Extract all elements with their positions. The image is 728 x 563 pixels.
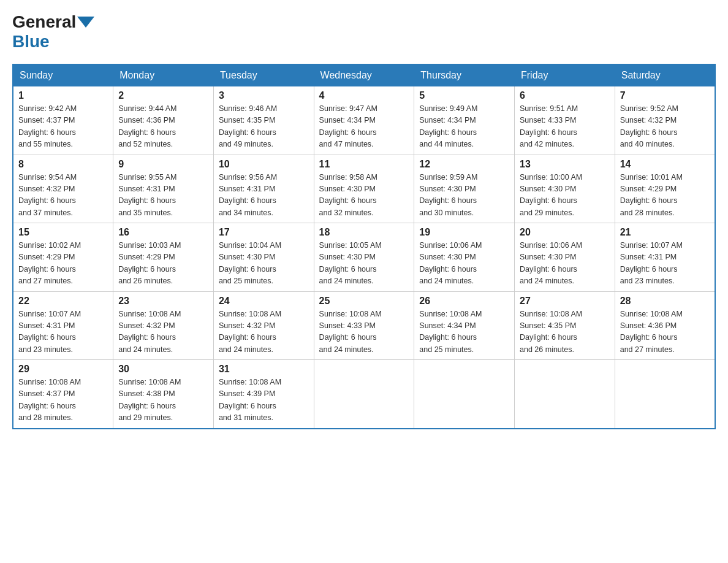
day-info: Sunrise: 10:08 AMSunset: 4:32 PMDaylight… [219,308,309,356]
calendar-cell: 16Sunrise: 10:03 AMSunset: 4:29 PMDaylig… [113,223,214,292]
day-number: 18 [319,227,409,238]
calendar-cell: 4Sunrise: 9:47 AMSunset: 4:34 PMDaylight… [314,86,414,155]
calendar-cell: 13Sunrise: 10:00 AMSunset: 4:30 PMDaylig… [515,155,615,223]
day-number: 11 [319,159,409,170]
calendar-cell [615,360,715,429]
day-info: Sunrise: 9:56 AMSunset: 4:31 PMDaylight:… [219,172,309,220]
calendar-cell [314,360,414,429]
logo: General Blue [12,12,96,52]
calendar-cell: 17Sunrise: 10:04 AMSunset: 4:30 PMDaylig… [213,223,314,292]
day-number: 25 [319,296,409,307]
day-info: Sunrise: 9:59 AMSunset: 4:30 PMDaylight:… [419,172,509,220]
day-info: Sunrise: 10:05 AMSunset: 4:30 PMDaylight… [319,240,409,288]
day-number: 16 [118,227,208,238]
calendar-cell [515,360,615,429]
day-info: Sunrise: 9:49 AMSunset: 4:34 PMDaylight:… [419,103,509,151]
calendar-cell: 8Sunrise: 9:54 AMSunset: 4:32 PMDaylight… [13,155,113,223]
calendar-cell: 20Sunrise: 10:06 AMSunset: 4:30 PMDaylig… [515,223,615,292]
day-info: Sunrise: 9:47 AMSunset: 4:34 PMDaylight:… [319,103,409,151]
day-info: Sunrise: 10:04 AMSunset: 4:30 PMDaylight… [219,240,309,288]
day-number: 21 [620,227,710,238]
day-number: 12 [419,159,509,170]
day-info: Sunrise: 9:51 AMSunset: 4:33 PMDaylight:… [520,103,610,151]
day-number: 15 [18,227,108,238]
day-number: 3 [219,90,309,101]
calendar-cell: 7Sunrise: 9:52 AMSunset: 4:32 PMDaylight… [615,86,715,155]
day-number: 31 [219,364,309,375]
calendar-cell: 15Sunrise: 10:02 AMSunset: 4:29 PMDaylig… [13,223,113,292]
day-header-thursday: Thursday [414,64,515,86]
calendar-cell: 23Sunrise: 10:08 AMSunset: 4:32 PMDaylig… [113,291,214,360]
day-number: 30 [118,364,208,375]
day-info: Sunrise: 10:01 AMSunset: 4:29 PMDaylight… [620,172,710,220]
day-number: 20 [520,227,610,238]
calendar-cell: 18Sunrise: 10:05 AMSunset: 4:30 PMDaylig… [314,223,414,292]
day-info: Sunrise: 9:54 AMSunset: 4:32 PMDaylight:… [18,172,108,220]
day-info: Sunrise: 10:08 AMSunset: 4:37 PMDaylight… [18,377,108,424]
calendar-week-row: 1Sunrise: 9:42 AMSunset: 4:37 PMDaylight… [13,86,715,155]
day-info: Sunrise: 10:08 AMSunset: 4:39 PMDaylight… [219,377,309,424]
calendar-cell: 9Sunrise: 9:55 AMSunset: 4:31 PMDaylight… [113,155,214,223]
day-number: 29 [18,364,108,375]
day-info: Sunrise: 10:00 AMSunset: 4:30 PMDaylight… [520,172,610,220]
calendar-cell: 14Sunrise: 10:01 AMSunset: 4:29 PMDaylig… [615,155,715,223]
calendar-header-row: SundayMondayTuesdayWednesdayThursdayFrid… [13,64,715,86]
day-number: 22 [18,296,108,307]
calendar-cell: 5Sunrise: 9:49 AMSunset: 4:34 PMDaylight… [414,86,515,155]
calendar-cell: 10Sunrise: 9:56 AMSunset: 4:31 PMDayligh… [213,155,314,223]
day-number: 24 [219,296,309,307]
day-info: Sunrise: 10:07 AMSunset: 4:31 PMDaylight… [620,240,710,288]
calendar-cell [414,360,515,429]
day-header-monday: Monday [113,64,214,86]
calendar-cell: 3Sunrise: 9:46 AMSunset: 4:35 PMDaylight… [213,86,314,155]
day-info: Sunrise: 10:08 AMSunset: 4:34 PMDaylight… [419,308,509,356]
day-number: 17 [219,227,309,238]
calendar-cell: 24Sunrise: 10:08 AMSunset: 4:32 PMDaylig… [213,291,314,360]
calendar-week-row: 8Sunrise: 9:54 AMSunset: 4:32 PMDaylight… [13,155,715,223]
calendar-table: SundayMondayTuesdayWednesdayThursdayFrid… [12,64,716,429]
day-number: 10 [219,159,309,170]
logo-blue-text: Blue [12,32,50,51]
day-info: Sunrise: 9:44 AMSunset: 4:36 PMDaylight:… [118,103,208,151]
day-info: Sunrise: 10:08 AMSunset: 4:36 PMDaylight… [620,308,710,356]
day-info: Sunrise: 10:08 AMSunset: 4:38 PMDaylight… [118,377,208,424]
calendar-cell: 19Sunrise: 10:06 AMSunset: 4:30 PMDaylig… [414,223,515,292]
day-info: Sunrise: 10:03 AMSunset: 4:29 PMDaylight… [118,240,208,288]
day-header-friday: Friday [515,64,615,86]
day-number: 26 [419,296,509,307]
day-number: 13 [520,159,610,170]
calendar-cell: 30Sunrise: 10:08 AMSunset: 4:38 PMDaylig… [113,360,214,429]
day-info: Sunrise: 10:07 AMSunset: 4:31 PMDaylight… [18,308,108,356]
calendar-week-row: 22Sunrise: 10:07 AMSunset: 4:31 PMDaylig… [13,291,715,360]
day-number: 23 [118,296,208,307]
calendar-week-row: 29Sunrise: 10:08 AMSunset: 4:37 PMDaylig… [13,360,715,429]
day-number: 14 [620,159,710,170]
calendar-cell: 12Sunrise: 9:59 AMSunset: 4:30 PMDayligh… [414,155,515,223]
calendar-cell: 25Sunrise: 10:08 AMSunset: 4:33 PMDaylig… [314,291,414,360]
day-number: 9 [118,159,208,170]
calendar-cell: 22Sunrise: 10:07 AMSunset: 4:31 PMDaylig… [13,291,113,360]
day-number: 2 [118,90,208,101]
day-info: Sunrise: 9:42 AMSunset: 4:37 PMDaylight:… [18,103,108,151]
day-info: Sunrise: 10:06 AMSunset: 4:30 PMDaylight… [520,240,610,288]
day-number: 7 [620,90,710,101]
day-header-sunday: Sunday [13,64,113,86]
calendar-cell: 21Sunrise: 10:07 AMSunset: 4:31 PMDaylig… [615,223,715,292]
calendar-cell: 1Sunrise: 9:42 AMSunset: 4:37 PMDaylight… [13,86,113,155]
logo-general-text: General [12,12,76,32]
logo-arrow-icon [77,17,94,28]
day-info: Sunrise: 10:08 AMSunset: 4:33 PMDaylight… [319,308,409,356]
day-info: Sunrise: 9:52 AMSunset: 4:32 PMDaylight:… [620,103,710,151]
day-info: Sunrise: 10:08 AMSunset: 4:32 PMDaylight… [118,308,208,356]
day-info: Sunrise: 9:46 AMSunset: 4:35 PMDaylight:… [219,103,309,151]
day-number: 4 [319,90,409,101]
day-number: 6 [520,90,610,101]
day-number: 19 [419,227,509,238]
calendar-cell: 29Sunrise: 10:08 AMSunset: 4:37 PMDaylig… [13,360,113,429]
calendar-cell: 11Sunrise: 9:58 AMSunset: 4:30 PMDayligh… [314,155,414,223]
day-info: Sunrise: 10:08 AMSunset: 4:35 PMDaylight… [520,308,610,356]
day-header-wednesday: Wednesday [314,64,414,86]
day-info: Sunrise: 10:06 AMSunset: 4:30 PMDaylight… [419,240,509,288]
day-number: 28 [620,296,710,307]
day-number: 1 [18,90,108,101]
